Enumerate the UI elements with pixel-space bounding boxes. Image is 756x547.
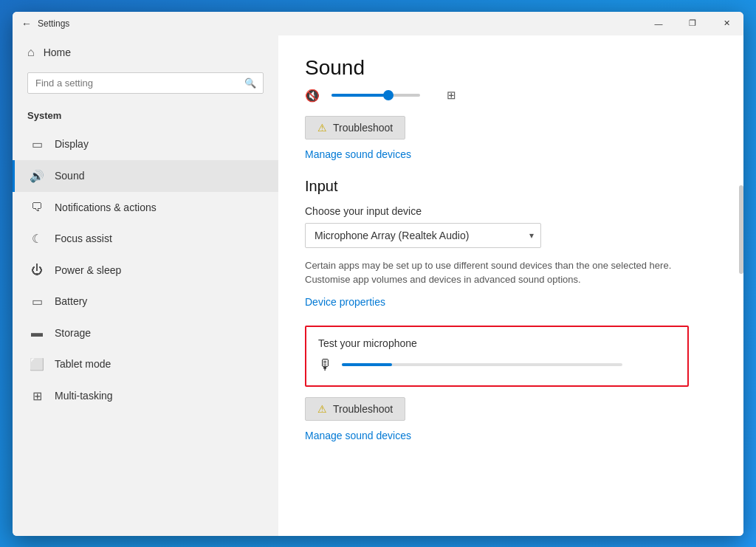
input-device-dropdown-row: Microphone Array (Realtek Audio) ▾ [305, 223, 717, 248]
sidebar-multitasking-label: Multi-tasking [55, 390, 113, 402]
sidebar-item-tablet-mode[interactable]: ⬜ Tablet mode [13, 348, 278, 380]
sidebar-item-storage[interactable]: ▬ Storage [13, 317, 278, 348]
troubleshoot-warning-icon: ⚠ [317, 122, 327, 134]
test-microphone-row: 🎙 [318, 357, 676, 374]
sidebar-power-sleep-label: Power & sleep [55, 264, 121, 276]
sidebar-tablet-mode-label: Tablet mode [55, 358, 111, 370]
output-troubleshoot-label: Troubleshoot [333, 122, 393, 134]
volume-extra-icon: ⊞ [447, 89, 456, 102]
input-device-dropdown[interactable]: Microphone Array (Realtek Audio) [305, 223, 541, 248]
window-title: Settings [38, 18, 69, 29]
sidebar-display-label: Display [55, 138, 89, 150]
microphone-icon: 🎙 [318, 357, 333, 374]
title-bar-left: ← Settings [21, 18, 69, 30]
sound-icon: 🔊 [30, 169, 44, 183]
display-icon: ▭ [30, 137, 44, 151]
sidebar-item-display[interactable]: ▭ Display [13, 128, 278, 160]
device-properties-link[interactable]: Device properties [305, 296, 717, 308]
volume-slider-fill [331, 94, 385, 97]
microphone-level-fill [342, 363, 392, 366]
volume-slider-container [331, 94, 420, 97]
home-label: Home [44, 47, 71, 58]
battery-icon: ▭ [30, 295, 44, 309]
maximize-button[interactable]: ❐ [676, 12, 709, 35]
input-troubleshoot-button[interactable]: ⚠ Troubleshoot [305, 397, 405, 421]
sidebar-item-multitasking[interactable]: ⊞ Multi-tasking [13, 380, 278, 412]
input-troubleshoot-warning-icon: ⚠ [317, 403, 327, 415]
storage-icon: ▬ [30, 326, 44, 340]
volume-slider[interactable] [331, 94, 420, 97]
settings-window: ← Settings — ❐ ✕ ⌂ Home 🔍 System ▭ Displ… [13, 12, 743, 536]
search-icon: 🔍 [244, 78, 256, 89]
muted-icon: 🔇 [305, 89, 320, 103]
input-info-text: Certain apps may be set up to use differ… [305, 258, 674, 287]
close-button[interactable]: ✕ [709, 12, 743, 35]
multitasking-icon: ⊞ [30, 389, 44, 403]
sidebar-storage-label: Storage [55, 327, 91, 339]
sidebar-section-title: System [13, 106, 278, 128]
sidebar: ⌂ Home 🔍 System ▭ Display 🔊 Sound 🗨 Noti… [13, 35, 278, 536]
input-manage-sound-link[interactable]: Manage sound devices [305, 430, 717, 441]
window-body: ⌂ Home 🔍 System ▭ Display 🔊 Sound 🗨 Noti… [13, 35, 743, 536]
back-icon[interactable]: ← [21, 18, 32, 30]
sidebar-item-home[interactable]: ⌂ Home [13, 35, 278, 69]
input-device-label: Choose your input device [305, 205, 717, 217]
input-device-dropdown-wrapper: Microphone Array (Realtek Audio) ▾ [305, 223, 541, 248]
output-manage-sound-link[interactable]: Manage sound devices [305, 148, 717, 160]
sidebar-item-battery[interactable]: ▭ Battery [13, 286, 278, 317]
volume-slider-thumb [383, 90, 394, 100]
sidebar-focus-assist-label: Focus assist [55, 233, 112, 244]
title-bar: ← Settings — ❐ ✕ [13, 12, 743, 35]
title-bar-controls: — ❐ ✕ [642, 12, 743, 35]
sidebar-battery-label: Battery [55, 295, 87, 307]
sidebar-sound-label: Sound [55, 170, 84, 182]
sidebar-notifications-label: Notifications & actions [55, 202, 157, 213]
sidebar-item-sound[interactable]: 🔊 Sound [13, 160, 278, 192]
minimize-button[interactable]: — [642, 12, 676, 35]
input-section-title: Input [305, 178, 717, 195]
test-microphone-box: Test your microphone 🎙 [305, 326, 689, 387]
sidebar-search: 🔍 [27, 72, 264, 94]
sidebar-item-focus-assist[interactable]: ☾ Focus assist [13, 223, 278, 255]
input-troubleshoot-label: Troubleshoot [333, 403, 393, 415]
focus-assist-icon: ☾ [30, 232, 44, 246]
notifications-icon: 🗨 [30, 201, 44, 214]
output-troubleshoot-button[interactable]: ⚠ Troubleshoot [305, 116, 405, 140]
home-icon: ⌂ [27, 46, 35, 59]
main-content: Sound 🔇 ⊞ ⚠ Troubleshoot Manage sound de… [278, 35, 743, 536]
sidebar-item-notifications[interactable]: 🗨 Notifications & actions [13, 192, 278, 223]
microphone-level-bar [342, 363, 622, 366]
search-input[interactable] [27, 72, 264, 94]
volume-bar-row: 🔇 ⊞ [305, 89, 717, 103]
page-title: Sound [305, 56, 717, 80]
power-sleep-icon: ⏻ [30, 264, 44, 277]
tablet-mode-icon: ⬜ [30, 357, 44, 371]
scrollbar-track [738, 35, 743, 536]
scrollbar-thumb[interactable] [739, 185, 743, 274]
test-microphone-title: Test your microphone [318, 337, 676, 349]
sidebar-item-power-sleep[interactable]: ⏻ Power & sleep [13, 255, 278, 286]
